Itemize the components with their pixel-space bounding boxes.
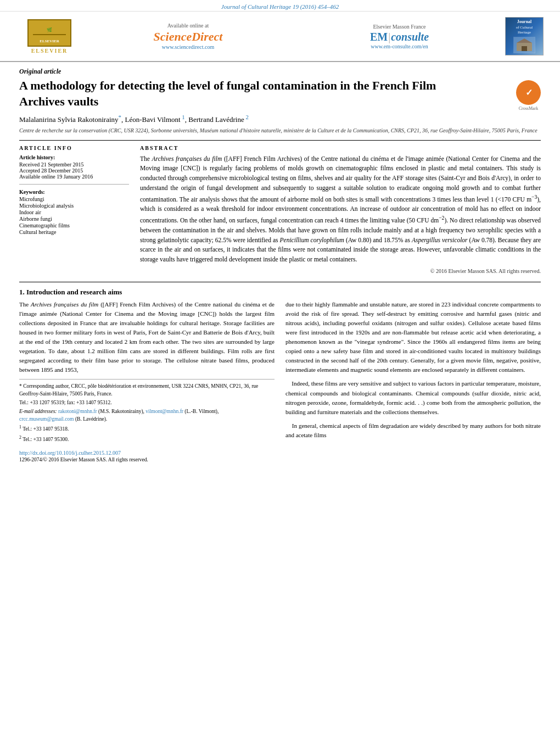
article-title: A methodology for detecting the level of… xyxy=(19,78,469,109)
article-info-header: ARTICLE INFO xyxy=(19,145,129,151)
article-info-column: ARTICLE INFO Article history: Received 2… xyxy=(19,145,129,275)
elsevier-text: ELSEVIER xyxy=(31,48,68,54)
abstract-column: ABSTRACT The Archives françaises du film… xyxy=(140,145,541,275)
author-vilmont: Léon-Bavi Vilmont xyxy=(125,116,180,124)
abstract-header: ABSTRACT xyxy=(140,145,541,151)
received-date: Received 21 September 2015 xyxy=(19,161,129,168)
body-right-text-2: Indeed, these films are very sensitive a… xyxy=(285,379,541,416)
affil-marker1: 1 xyxy=(181,114,185,120)
sciencedirect-block: Available online at ScienceDirect www.sc… xyxy=(82,23,294,50)
body-right-text-3: In general, chemical aspects of film deg… xyxy=(285,421,541,440)
email-lavedrine[interactable]: crcc.museum@gmail.com xyxy=(19,416,74,422)
keyword-1: Microfungi xyxy=(19,196,129,202)
keywords-section: Keywords: Microfungi Microbiological ana… xyxy=(19,189,129,235)
keyword-4: Airborne fungi xyxy=(19,216,129,222)
journal-cover-text: Journal of Cultural Heritage xyxy=(513,19,535,53)
keyword-5: Cinematographic films xyxy=(19,222,129,228)
affiliation: Centre de recherche sur la conservation … xyxy=(19,127,541,135)
email-rakotonirainy[interactable]: rakotoni@mnhn.fr xyxy=(58,409,97,414)
body-left-col: The Archives françaises du film ([AFF] F… xyxy=(19,300,275,462)
body-left-text: The Archives françaises du film ([AFF] F… xyxy=(19,300,275,375)
keyword-6: Cultural heritage xyxy=(19,229,129,235)
author-rakotonirainy: Malalanirina Sylvia Rakotonirainy xyxy=(19,116,119,124)
footnote-email: E-mail addresses: rakotoni@mnhn.fr (M.S.… xyxy=(19,408,275,423)
doi-link[interactable]: http://dx.doi.org/10.1016/j.culher.2015.… xyxy=(19,450,121,456)
article-type: Original article xyxy=(19,68,541,76)
footnote-1: * Corresponding author, CRCC, pôle biodé… xyxy=(19,383,275,398)
copyright-text: © 2016 Elsevier Masson SAS. All rights r… xyxy=(140,268,541,274)
crossmark-label: CrossMark xyxy=(516,106,541,111)
article-history-label: Article history: xyxy=(19,154,129,160)
issn-text: 1296-2074/© 2016 Elsevier Masson SAS. Al… xyxy=(19,457,275,462)
authors: Malalanirina Sylvia Rakotonirainy*, Léon… xyxy=(19,114,541,124)
footnote-section: * Corresponding author, CRCC, pôle biodé… xyxy=(19,379,275,462)
email-vilmont[interactable]: vilmont@mnhn.fr xyxy=(145,409,183,414)
body-right-text: due to their highly flammable and unstab… xyxy=(285,300,541,375)
doi-section: http://dx.doi.org/10.1016/j.culher.2015.… xyxy=(19,448,275,457)
elsevier-image: 🌿 ELSEVIER xyxy=(27,19,71,47)
svg-text:ELSEVIER: ELSEVIER xyxy=(40,39,59,43)
svg-text:✓: ✓ xyxy=(525,88,532,97)
main-content: Original article A methodology for detec… xyxy=(0,62,560,468)
abstract-text: The Archives françaises du film ([AFF] F… xyxy=(140,154,541,265)
svg-text:🌿: 🌿 xyxy=(47,27,52,32)
em-url[interactable]: www.em-consulte.com/en xyxy=(294,43,505,49)
sciencedirect-logo: ScienceDirect xyxy=(82,30,294,44)
available-online-text: Available online at xyxy=(82,23,294,29)
elsevier-logo: 🌿 ELSEVIER ELSEVIER xyxy=(16,19,82,54)
author-lavedrine: Bertrand Lavédrine xyxy=(188,116,244,124)
section1-title: 1. Introduction and research aims xyxy=(19,288,541,297)
keyword-2: Microbiological analysis xyxy=(19,203,129,209)
em-logo: EM|consulte xyxy=(294,31,505,43)
top-bar: Journal of Cultural Heritage 19 (2016) 4… xyxy=(0,0,560,12)
crossmark-badge: ✓ xyxy=(516,80,541,105)
body-right-col: due to their highly flammable and unstab… xyxy=(285,300,541,462)
available-online-date: Available online 19 January 2016 xyxy=(19,174,129,180)
article-history-section: Article history: Received 21 September 2… xyxy=(19,154,129,185)
keywords-label: Keywords: xyxy=(19,189,129,195)
em-block: Elsevier Masson France EM|consulte www.e… xyxy=(294,24,505,49)
footnote-3: 2 Tel.: +33 1407 95300. xyxy=(19,434,275,444)
keyword-3: Indoor air xyxy=(19,209,129,215)
journal-name: Journal of Cultural Heritage 19 (2016) 4… xyxy=(221,3,339,10)
header-logos: 🌿 ELSEVIER ELSEVIER Available online at … xyxy=(0,12,560,62)
svg-rect-7 xyxy=(522,46,527,51)
svg-rect-2 xyxy=(33,34,66,35)
accepted-date: Accepted 28 December 2015 xyxy=(19,168,129,174)
body-two-col: The Archives françaises du film ([AFF] F… xyxy=(19,300,541,462)
crossmark-container: ✓ CrossMark xyxy=(516,80,541,111)
journal-cover: Journal of Cultural Heritage xyxy=(505,17,544,55)
footnote-2: 1 Tel.: +33 1407 95318. xyxy=(19,424,275,433)
article-body-section: ARTICLE INFO Article history: Received 2… xyxy=(19,140,541,275)
affil-marker2: 2 xyxy=(244,114,249,120)
footnote-tel: Tel.: +33 1207 95319; fax: +33 1407 9531… xyxy=(19,399,275,407)
section-divider xyxy=(19,282,541,282)
publisher-label: Elsevier Masson France xyxy=(294,24,505,30)
sciencedirect-url[interactable]: www.sciencedirect.com xyxy=(82,44,294,50)
